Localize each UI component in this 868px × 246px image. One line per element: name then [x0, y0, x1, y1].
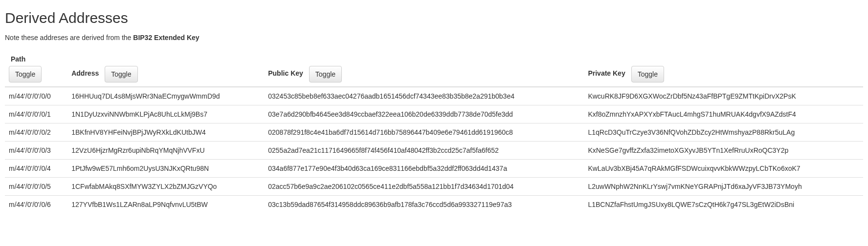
table-row: m/44'/0'/0'/0/21BKfnHV8YHFeiNvjBPjJWyRXk…	[5, 123, 863, 142]
public-key-label: Public Key	[268, 69, 303, 77]
private-key-cell: KxNeSGe7gvffzZxfa32imetoXGXyvJB5YTn1XefR…	[584, 142, 863, 160]
toggle-public-key-button[interactable]: Toggle	[309, 66, 342, 82]
public-key-cell: 03e7a6d290bfb4645ee3d849ccbaef322eea106b…	[264, 105, 584, 123]
private-key-cell: KwcuRK8JF9D6XGXWocZrDbf5Nz43aFfBPTgE9ZMT…	[584, 87, 863, 105]
private-key-cell: L2uwWNphW2NnKLrYswj7vmKNeYGRAPnjJTd6xaJy…	[584, 178, 863, 196]
public-key-cell: 032453c85beb8ef633aec04276aadb1651456dcf…	[264, 87, 584, 105]
public-key-cell: 020878f291f8c4e41ba6df7d15614d716bb75896…	[264, 123, 584, 142]
address-label: Address	[71, 69, 99, 77]
private-key-cell: L1BCNZfaFhstUmgJSUxy8LQWE7sCzQtH6k7g47SL…	[584, 196, 863, 214]
table-row: m/44'/0'/0'/0/51CFwfabMAkq8SXfMYW3ZYLX2b…	[5, 178, 863, 196]
address-cell: 1N1DyUzxviNNWbmKLPjAc8UhLcLkMj9Bs7	[67, 105, 264, 123]
address-cell: 16HHUuq7DL4s8MjsWRr3NaECmygwWmmD9d	[67, 87, 264, 105]
table-row: m/44'/0'/0'/0/016HHUuq7DL4s8MjsWRr3NaECm…	[5, 87, 863, 105]
private-key-cell: Kxf8oZmnzhYxAPXYxbFTAucL4mhgS71huMRUAK4d…	[584, 105, 863, 123]
path-cell: m/44'/0'/0'/0/0	[5, 87, 67, 105]
path-cell: m/44'/0'/0'/0/5	[5, 178, 67, 196]
address-cell: 1CFwfabMAkq8SXfMYW3ZYLX2bZMJGzVYQo	[67, 178, 264, 196]
path-cell: m/44'/0'/0'/0/3	[5, 142, 67, 160]
column-header-address: Address Toggle	[67, 51, 264, 87]
private-key-cell: KwLaUv3bXBj45A7qRAkMGfFSDWcuixqvvKbkWWzp…	[584, 160, 863, 178]
path-cell: m/44'/0'/0'/0/1	[5, 105, 67, 123]
derived-addresses-table: Path Toggle Address Toggle Public Key To…	[5, 51, 863, 213]
address-cell: 1BKfnHV8YHFeiNvjBPjJWyRXkLdKUtbJW4	[67, 123, 264, 142]
toggle-private-key-button[interactable]: Toggle	[631, 66, 664, 82]
note-prefix: Note these addreses are derived from the	[5, 34, 133, 41]
note-text: Note these addreses are derived from the…	[5, 34, 863, 41]
private-key-cell: L1qRcD3QuTrCzye3V36NfQVohZDbZcy2HtWmshya…	[584, 123, 863, 142]
public-key-cell: 02acc57b6e9a9c2ae206102c0565ce411e2dbf5a…	[264, 178, 584, 196]
address-cell: 12VzU6HjzrMgRzr6upiNbRqYMqNjhVVFxU	[67, 142, 264, 160]
toggle-address-button[interactable]: Toggle	[105, 66, 137, 82]
path-cell: m/44'/0'/0'/0/2	[5, 123, 67, 142]
public-key-cell: 0255a2ad7ea21c1171649665f8f74f456f410af4…	[264, 142, 584, 160]
public-key-cell: 034a6f877e177e90e4f3b40d63ca169ce831166e…	[264, 160, 584, 178]
address-cell: 1PtJfw9wE57Lmh6om2UysU3NJKxQRtu98N	[67, 160, 264, 178]
column-header-public-key: Public Key Toggle	[264, 51, 584, 87]
column-header-path: Path Toggle	[5, 51, 67, 87]
table-row: m/44'/0'/0'/0/312VzU6HjzrMgRzr6upiNbRqYM…	[5, 142, 863, 160]
path-label: Path	[11, 55, 64, 63]
table-row: m/44'/0'/0'/0/41PtJfw9wE57Lmh6om2UysU3NJ…	[5, 160, 863, 178]
toggle-path-button[interactable]: Toggle	[9, 66, 42, 82]
address-cell: 127YVfbB1Ws1LZARn8aLP9NqfvnvLU5tBW	[67, 196, 264, 214]
public-key-cell: 03c13b59dad87654f314958ddc89636b9afb178f…	[264, 196, 584, 214]
note-bold: BIP32 Extended Key	[133, 34, 199, 41]
table-row: m/44'/0'/0'/0/11N1DyUzxviNNWbmKLPjAc8UhL…	[5, 105, 863, 123]
table-row: m/44'/0'/0'/0/6127YVfbB1Ws1LZARn8aLP9Nqf…	[5, 196, 863, 214]
path-cell: m/44'/0'/0'/0/4	[5, 160, 67, 178]
private-key-label: Private Key	[588, 69, 625, 77]
path-cell: m/44'/0'/0'/0/6	[5, 196, 67, 214]
page-title: Derived Addresses	[5, 10, 863, 26]
column-header-private-key: Private Key Toggle	[584, 51, 863, 87]
